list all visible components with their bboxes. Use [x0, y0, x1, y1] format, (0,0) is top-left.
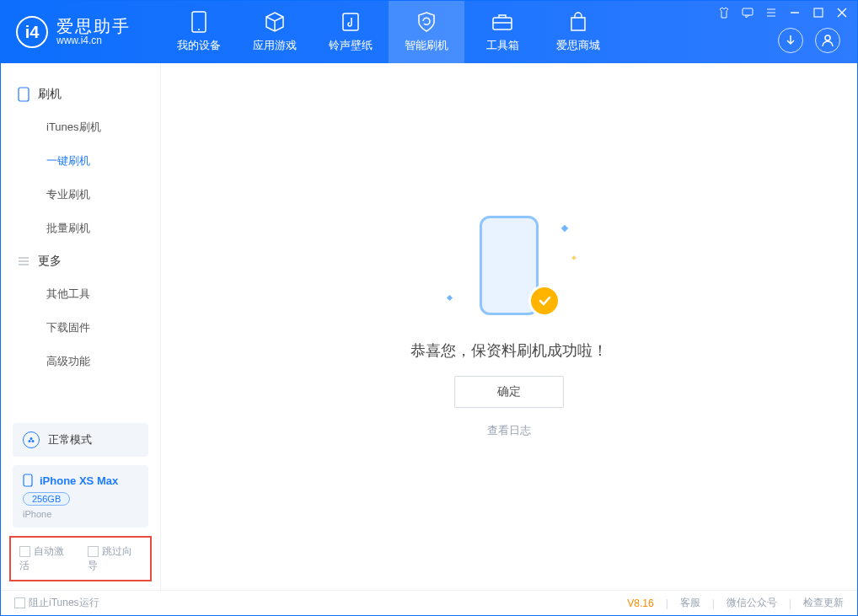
nav-label: 工具箱: [486, 38, 519, 53]
titlebar: i4 爱思助手 www.i4.cn 我的设备 应用游戏 铃声壁纸 智能刷机 工具…: [1, 1, 857, 63]
minimize-icon[interactable]: [788, 6, 802, 19]
refresh-shield-icon: [416, 11, 437, 33]
device-info-box[interactable]: iPhone XS Max 256GB iPhone: [13, 465, 148, 528]
svg-point-1: [198, 29, 200, 30]
sidebar-item-batch-flash[interactable]: 批量刷机: [1, 212, 160, 245]
logo-icon: i4: [16, 16, 48, 48]
window-controls: [717, 6, 849, 19]
sidebar-section-more: 更多: [1, 245, 160, 277]
mode-label: 正常模式: [48, 432, 92, 447]
status-link-wechat[interactable]: 微信公众号: [727, 596, 777, 610]
sidebar-item-advanced[interactable]: 高级功能: [1, 345, 160, 378]
device-name: iPhone XS Max: [40, 474, 118, 487]
sidebar-item-oneclick-flash[interactable]: 一键刷机: [1, 144, 160, 178]
success-illustration: [454, 216, 564, 325]
cube-icon: [264, 11, 286, 33]
music-note-icon: [340, 11, 362, 33]
sparkle-icon: [447, 294, 453, 300]
sidebar-item-itunes-flash[interactable]: iTunes刷机: [1, 110, 160, 144]
success-message: 恭喜您，保资料刷机成功啦！: [410, 340, 608, 361]
section-title: 刷机: [38, 87, 62, 102]
title-action-buttons: [778, 28, 840, 53]
ok-button[interactable]: 确定: [454, 376, 564, 408]
app-name: 爱思助手: [56, 17, 131, 35]
device-mode-box[interactable]: 正常模式: [13, 423, 148, 457]
sidebar-item-download-firmware[interactable]: 下载固件: [1, 311, 160, 345]
skip-wizard-checkbox[interactable]: 跳过向导: [88, 544, 142, 573]
phone-icon: [188, 11, 210, 33]
svg-rect-18: [24, 474, 32, 486]
nav-toolbox[interactable]: 工具箱: [464, 1, 540, 63]
section-title: 更多: [38, 254, 62, 269]
app-logo: i4 爱思助手 www.i4.cn: [1, 16, 161, 48]
nav-smart-flash[interactable]: 智能刷机: [389, 1, 464, 63]
svg-rect-2: [343, 13, 358, 30]
sidebar-item-pro-flash[interactable]: 专业刷机: [1, 178, 160, 212]
sidebar-item-other-tools[interactable]: 其他工具: [1, 277, 160, 311]
nav-label: 我的设备: [177, 38, 221, 53]
phone-small-icon: [18, 87, 29, 102]
options-row-highlighted: 自动激活 跳过向导: [9, 536, 152, 581]
toolbox-icon: [491, 11, 513, 33]
sparkle-icon: [561, 224, 568, 231]
statusbar: 阻止iTunes运行 V8.16 | 客服 | 微信公众号 | 检查更新: [1, 590, 857, 615]
device-storage: 256GB: [23, 492, 70, 506]
nav-label: 智能刷机: [405, 38, 448, 53]
nav-store[interactable]: 爱思商城: [540, 1, 616, 63]
mode-icon: [23, 431, 40, 448]
sidebar: 刷机 iTunes刷机 一键刷机 专业刷机 批量刷机 更多 其他工具 下载固件 …: [1, 63, 161, 590]
status-link-update[interactable]: 检查更新: [803, 596, 844, 610]
nav-label: 爱思商城: [556, 38, 600, 53]
main-content: 恭喜您，保资料刷机成功啦！ 确定 查看日志: [161, 63, 857, 590]
feedback-icon[interactable]: [741, 6, 754, 19]
auto-activate-checkbox[interactable]: 自动激活: [19, 544, 74, 573]
nav-tabs: 我的设备 应用游戏 铃声壁纸 智能刷机 工具箱 爱思商城: [161, 1, 616, 63]
menu-icon[interactable]: [764, 6, 778, 19]
svg-point-13: [825, 35, 830, 40]
prevent-itunes-checkbox[interactable]: 阻止iTunes运行: [14, 596, 99, 610]
svg-rect-10: [814, 8, 823, 17]
nav-ringtone-wallpaper[interactable]: 铃声壁纸: [313, 1, 389, 63]
close-icon[interactable]: [835, 6, 849, 19]
svg-rect-3: [493, 18, 512, 29]
nav-my-device[interactable]: 我的设备: [161, 1, 237, 63]
device-phone-icon: [23, 474, 33, 487]
svg-rect-14: [19, 88, 29, 101]
user-button[interactable]: [815, 28, 840, 53]
check-badge-icon: [528, 285, 560, 317]
bag-icon: [567, 11, 589, 33]
nav-label: 应用游戏: [253, 38, 297, 53]
sparkle-icon: [571, 255, 576, 260]
device-type: iPhone: [23, 509, 138, 519]
list-icon: [18, 255, 29, 267]
download-button[interactable]: [778, 28, 803, 53]
version-label: V8.16: [627, 597, 653, 609]
view-log-link[interactable]: 查看日志: [487, 423, 531, 438]
app-url: www.i4.cn: [56, 35, 131, 46]
nav-apps-games[interactable]: 应用游戏: [237, 1, 313, 63]
shirt-icon[interactable]: [717, 6, 731, 19]
nav-label: 铃声壁纸: [329, 38, 373, 53]
sidebar-section-flash: 刷机: [1, 78, 160, 110]
svg-rect-5: [743, 8, 753, 15]
status-link-support[interactable]: 客服: [680, 596, 700, 610]
maximize-icon[interactable]: [812, 6, 825, 19]
